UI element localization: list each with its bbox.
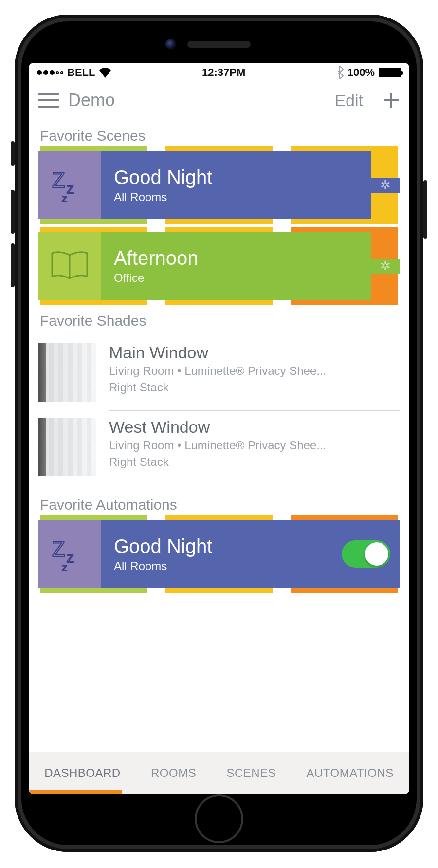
scene-settings-button[interactable]: ✲	[371, 259, 400, 274]
tab-indicator	[29, 790, 122, 794]
tab-bar: DASHBOARD ROOMS SCENES AUTOMATIONS	[29, 752, 409, 794]
shade-thumbnail	[38, 418, 96, 476]
scene-card-afternoon[interactable]: Afternoon Office ✲	[38, 232, 400, 300]
shade-info: Main Window Living Room • Luminette® Pri…	[109, 343, 326, 396]
status-bar: BELL 12:37PM 100%	[29, 63, 409, 82]
status-left: BELL	[37, 66, 111, 79]
svg-text:z: z	[62, 192, 67, 202]
navbar: Demo Edit	[29, 82, 409, 119]
svg-text:z: z	[62, 561, 67, 571]
phone-speaker	[187, 41, 251, 48]
tab-automations[interactable]: AUTOMATIONS	[307, 766, 394, 780]
tab-scenes[interactable]: SCENES	[226, 766, 276, 780]
gear-icon: ✲	[380, 259, 391, 274]
volume-down-button[interactable]	[11, 243, 15, 287]
shade-detail: Right Stack	[109, 454, 326, 470]
svg-text:Z: Z	[52, 168, 65, 192]
scene-subtitle: Office	[114, 271, 371, 285]
app-screen: BELL 12:37PM 100% Demo Edit	[29, 63, 409, 794]
automation-card-good-night[interactable]: Z z z Good Night All Rooms	[38, 520, 400, 588]
carrier-label: BELL	[67, 66, 95, 79]
phone-camera	[165, 39, 176, 50]
sleep-icon: Z z z	[38, 151, 101, 219]
tab-dashboard[interactable]: DASHBOARD	[44, 766, 121, 780]
bluetooth-icon	[336, 66, 344, 79]
shade-detail: Living Room • Luminette® Privacy Shee...	[109, 438, 326, 453]
automation-body: Good Night All Rooms	[101, 520, 342, 588]
scene-card-good-night[interactable]: Z z z Good Night All Rooms ✲	[38, 151, 400, 219]
scene-name: Good Night	[114, 166, 371, 188]
menu-icon[interactable]	[38, 93, 59, 108]
phone-frame: BELL 12:37PM 100% Demo Edit	[15, 15, 423, 852]
silence-switch[interactable]	[11, 141, 15, 166]
page-title: Demo	[68, 90, 115, 111]
shade-row-west-window[interactable]: West Window Living Room • Luminette® Pri…	[38, 411, 400, 485]
svg-text:z: z	[67, 549, 74, 565]
signal-strength-icon	[37, 70, 63, 75]
shade-name: Main Window	[109, 343, 326, 362]
section-title-scenes: Favorite Scenes	[40, 128, 400, 144]
tab-rooms[interactable]: ROOMS	[151, 766, 196, 780]
shade-thumbnail	[38, 343, 96, 402]
content: Favorite Scenes Z z z Good Night	[29, 119, 409, 752]
volume-up-button[interactable]	[11, 190, 15, 234]
svg-text:Z: Z	[52, 537, 65, 561]
battery-icon	[379, 68, 401, 77]
scene-body: Good Night All Rooms	[101, 151, 371, 219]
book-open-icon	[38, 232, 101, 300]
shade-row-main-window[interactable]: Main Window Living Room • Luminette® Pri…	[38, 336, 400, 410]
sleep-icon: Z z z	[38, 520, 101, 588]
scene-settings-button[interactable]: ✲	[371, 178, 400, 193]
shade-info: West Window Living Room • Luminette® Pri…	[109, 418, 326, 470]
add-button[interactable]	[383, 92, 400, 109]
status-right: 100%	[336, 66, 401, 79]
scene-name: Afternoon	[114, 247, 371, 269]
toggle-knob	[365, 542, 388, 566]
status-time: 12:37PM	[202, 66, 245, 79]
gear-icon: ✲	[380, 178, 391, 193]
edit-button[interactable]: Edit	[334, 91, 363, 110]
shade-detail: Right Stack	[109, 380, 326, 395]
svg-text:z: z	[67, 180, 74, 196]
automation-name: Good Night	[114, 536, 342, 557]
shade-detail: Living Room • Luminette® Privacy Shee...	[109, 363, 326, 379]
wifi-icon	[99, 67, 111, 78]
scene-body: Afternoon Office	[101, 232, 371, 300]
section-title-shades: Favorite Shades	[40, 313, 400, 329]
power-button[interactable]	[423, 180, 427, 239]
home-button[interactable]	[195, 794, 243, 843]
battery-percent: 100%	[347, 66, 375, 79]
shade-name: West Window	[109, 418, 326, 437]
automation-toggle[interactable]	[342, 540, 390, 568]
automation-subtitle: All Rooms	[114, 559, 342, 573]
scene-subtitle: All Rooms	[114, 190, 371, 204]
section-title-automations: Favorite Automations	[40, 497, 400, 513]
